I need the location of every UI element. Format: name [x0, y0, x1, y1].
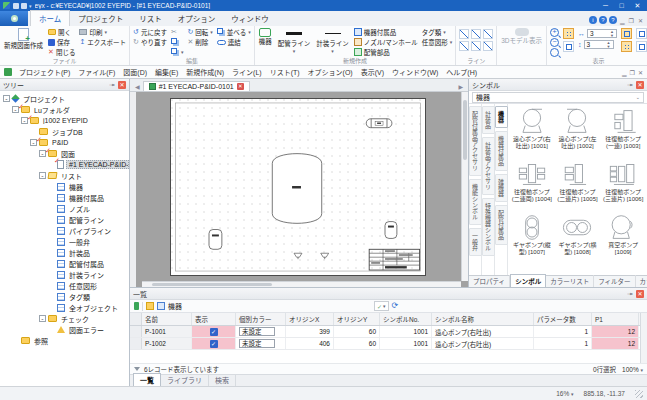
menu-item-4[interactable]: 新規作成(N) — [182, 66, 228, 78]
close-drawing-button[interactable]: ✕閉じる — [48, 48, 75, 56]
doc-minimize-icon[interactable]: ▁ — [619, 17, 626, 24]
symbol-item-6[interactable]: ギヤポンプ(縦型) [1007] — [509, 212, 555, 265]
model-3d-button[interactable]: 3Dモデル表示 — [500, 27, 543, 44]
zoom-in-button[interactable]: + — [550, 28, 559, 36]
column-header-0[interactable]: 名前 — [142, 313, 192, 325]
line-tool-icon-5[interactable] — [471, 41, 481, 51]
color-setting-field[interactable]: 未設定 — [239, 339, 275, 348]
tree-item-14[interactable]: 計装品 — [0, 247, 129, 258]
symbol-side-tab-0-0[interactable]: 配管付属品アクセサリ — [469, 106, 482, 176]
tab-scroll-right-icon[interactable]: ▶ — [455, 83, 466, 91]
right-tab-3[interactable]: フィルター — [594, 275, 635, 287]
grid-pitch-x-input[interactable]: 3▲▼ — [587, 29, 617, 38]
column-header-4[interactable]: オリジンY — [334, 313, 380, 325]
info-icon[interactable]: i — [589, 16, 597, 24]
symbol-item-4[interactable]: 往復動ポンプ(二連片) [1005] — [555, 159, 601, 212]
table-vertical-scrollbar[interactable] — [640, 313, 647, 363]
visible-checkbox[interactable]: ✓ — [210, 328, 218, 336]
symbol-side-tab-1-0[interactable]: 計装品 — [482, 106, 495, 134]
tree-item-3[interactable]: ジョブDB — [0, 126, 129, 137]
column-header-3[interactable]: オリジンX — [286, 313, 334, 325]
tree-item-22[interactable]: 参照 — [0, 335, 129, 346]
new-record-icon[interactable] — [146, 302, 154, 310]
tree-item-5[interactable]: -図面 — [0, 148, 129, 159]
ribbon-tab-3[interactable]: オプション — [170, 11, 224, 26]
tree-item-17[interactable]: 任意図形 — [0, 280, 129, 291]
help-icon-2[interactable]: ? — [609, 16, 617, 24]
tree-item-6[interactable]: #1 EYECAD-P&ID-0101 — [0, 159, 129, 170]
tree-item-18[interactable]: タグ類 — [0, 291, 129, 302]
color-setting-field[interactable]: 未設定 — [239, 327, 275, 336]
pipe-parts-button[interactable]: 配管部品 — [354, 48, 418, 56]
column-header-2[interactable]: 個別カラー — [236, 313, 286, 325]
quick-access-toolbar[interactable]: ▾ — [13, 3, 32, 9]
right-tab-4[interactable]: カラー条件 — [636, 275, 647, 287]
connect-button[interactable]: 連結 — [217, 38, 251, 46]
grid-pitch-y-input[interactable]: 3▲▼ — [584, 40, 614, 49]
pin-icon[interactable]: 📌︎ — [108, 80, 116, 88]
table-zoom[interactable]: 100% ▾ — [622, 366, 643, 373]
symbol-item-7[interactable]: ギヤポンプ(横型) [1008] — [555, 212, 601, 265]
qat-icon-2[interactable] — [21, 3, 27, 9]
tree-item-11[interactable]: 配管ライン — [0, 214, 129, 225]
visible-checkbox[interactable]: ✓ — [210, 340, 218, 348]
view-toggle-1[interactable] — [621, 28, 632, 39]
symbol-item-3[interactable]: 往復動ポンプ(二連両) [1004] — [509, 159, 555, 212]
view-toggle-3[interactable] — [636, 28, 647, 39]
right-tab-2[interactable]: カラーリスト — [546, 275, 594, 287]
drawing-canvas[interactable] — [130, 92, 468, 287]
mdi-restore-icon[interactable]: ❐ — [630, 69, 635, 76]
list-tab-1[interactable]: ライブラリ — [161, 374, 209, 386]
document-tab[interactable]: #1 EYECAD-P&ID-0101 ✕ — [143, 81, 250, 91]
arrange-button[interactable]: 並べる▾ — [217, 28, 251, 36]
symbol-item-5[interactable]: 往復動ポンプ(三連片) [1006] — [600, 159, 646, 212]
list-tab-0[interactable]: 一覧 — [133, 373, 161, 386]
tree-item-2[interactable]: -j1002 EYEPID — [0, 115, 129, 126]
zoom-out-button[interactable]: − — [550, 38, 559, 46]
resize-grip[interactable] — [635, 390, 643, 398]
tree-expander-icon[interactable]: - — [39, 172, 46, 179]
canvas-zoom-level[interactable]: 16% ▾ — [556, 390, 573, 397]
print-button[interactable]: 印刷▾ — [79, 28, 126, 36]
paste-button[interactable]: ▾ — [171, 48, 184, 56]
symbol-side-tab-2-3[interactable]: 配管付属品 — [495, 205, 508, 245]
menu-item-10[interactable]: ヘルプ(H) — [442, 66, 481, 78]
refresh-icon[interactable]: ⟳ — [392, 302, 399, 310]
rotate-button[interactable]: ↻回転▾ — [187, 28, 212, 36]
tree-expander-icon[interactable]: - — [39, 315, 46, 322]
tree-item-7[interactable]: -リスト — [0, 170, 129, 181]
tree-item-13[interactable]: 一般弁 — [0, 236, 129, 247]
menu-item-5[interactable]: ライン(L) — [228, 66, 266, 78]
copy-button[interactable] — [171, 38, 184, 46]
right-tab-1[interactable]: シンボル — [510, 274, 546, 287]
menu-item-0[interactable]: プロジェクト(P) — [15, 66, 74, 78]
grid-toggle[interactable] — [563, 28, 574, 39]
list-tab-2[interactable]: 検索 — [209, 374, 236, 386]
menu-item-1[interactable]: ファイル(F) — [74, 66, 119, 78]
equipment-button[interactable]: 機器 — [258, 27, 273, 45]
column-header-6[interactable]: シンボル名称 — [432, 313, 534, 325]
mdi-minimize-icon[interactable]: ▁ — [622, 69, 627, 76]
table-row-0[interactable]: P-1001✓未設定399601001遠心ポンプ(右吐出)112 — [130, 326, 647, 338]
symbol-side-tab-1-2[interactable]: 特殊機器シンボル — [482, 198, 495, 256]
cut-button[interactable]: ✂ — [171, 28, 184, 36]
pid-sheet[interactable] — [170, 98, 426, 276]
tree-item-4[interactable]: -P&ID — [0, 137, 129, 148]
tree-item-8[interactable]: 機器 — [0, 181, 129, 192]
tree-item-1[interactable]: -Luフォルダ — [0, 104, 129, 115]
new-drawing-button[interactable]: 新規図面作成 — [3, 27, 44, 49]
tree-item-21[interactable]: 図面エラー — [0, 324, 129, 335]
ribbon-tab-0[interactable]: ホーム — [30, 10, 70, 26]
tree-item-19[interactable]: 全オブジェクト — [0, 302, 129, 313]
line-tool-icon-1[interactable] — [459, 29, 469, 39]
symbol-item-0[interactable]: 遠心ポンプ(右吐出) [1001] — [509, 106, 555, 159]
menu-item-6[interactable]: リスト(T) — [266, 66, 304, 78]
tree-close-icon[interactable]: ✕ — [118, 81, 126, 89]
zoom-fit-button[interactable] — [550, 48, 559, 56]
mdi-close-icon[interactable]: ✕ — [638, 69, 643, 76]
ribbon-tab-2[interactable]: リスト — [131, 11, 170, 26]
nozzle-button[interactable]: ノズル/マンホール — [354, 38, 418, 46]
tree-item-16[interactable]: 計装ライン — [0, 269, 129, 280]
undo-button[interactable]: ↺元に戻す — [133, 28, 167, 36]
menu-item-2[interactable]: 図面(D) — [119, 66, 151, 78]
